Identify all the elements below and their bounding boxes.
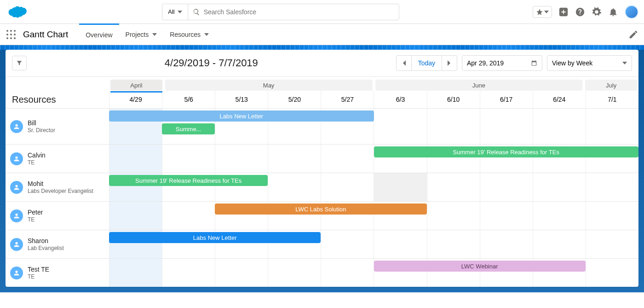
- edit-icon[interactable]: [628, 29, 638, 40]
- tab-label: Overview: [86, 31, 112, 39]
- grid-cell[interactable]: [427, 202, 480, 230]
- user-avatar-icon: [10, 267, 23, 279]
- grid-cell[interactable]: [533, 202, 586, 230]
- grid-cell[interactable]: [162, 202, 215, 230]
- user-avatar-icon: [10, 209, 23, 222]
- grid-cell[interactable]: [427, 109, 480, 144]
- star-icon: [536, 8, 543, 16]
- bell-icon[interactable]: [608, 7, 618, 17]
- tab-overview[interactable]: Overview: [79, 23, 119, 45]
- app-launcher-icon[interactable]: [6, 29, 17, 40]
- grid-cell[interactable]: [480, 173, 533, 201]
- resource-role: TE: [28, 216, 43, 223]
- date-header: 4/29: [109, 91, 162, 108]
- tab-resources[interactable]: Resources: [163, 24, 215, 45]
- tab-projects[interactable]: Projects: [119, 24, 164, 45]
- grid-cell[interactable]: [427, 173, 480, 201]
- user-avatar-icon: [10, 181, 23, 194]
- resource-name: Peter: [28, 209, 43, 216]
- timeline-grid: Summer 19' Release Readiness for TEs: [109, 173, 638, 201]
- view-picker[interactable]: View by Week: [547, 55, 632, 71]
- grid-cell[interactable]: [215, 145, 268, 173]
- prev-button[interactable]: [396, 55, 412, 71]
- resource-cell[interactable]: PeterTE: [6, 202, 109, 230]
- task-bar[interactable]: Summer 19' Release Readiness for TEs: [374, 146, 639, 157]
- grid-cell[interactable]: [533, 109, 586, 144]
- grid-cell[interactable]: [268, 145, 321, 173]
- resource-cell[interactable]: CalvinTE: [6, 145, 109, 173]
- grid-cell[interactable]: [586, 230, 638, 258]
- svg-point-1: [6, 30, 8, 32]
- date-header: 5/6: [162, 91, 215, 108]
- grid-cell[interactable]: [586, 202, 638, 230]
- task-bar[interactable]: Labs New Letter: [109, 232, 321, 243]
- grid-cell[interactable]: [321, 173, 374, 201]
- date-header: 6/10: [427, 91, 480, 108]
- task-bar[interactable]: Summer 19' Release Readiness for TEs: [109, 175, 268, 186]
- search-box[interactable]: [188, 4, 399, 20]
- grid-cell[interactable]: [533, 230, 586, 258]
- grid-cell[interactable]: [480, 230, 533, 258]
- grid-cell[interactable]: [427, 230, 480, 258]
- resource-row: BillSr. DirectorLabs New LetterSumme...: [6, 108, 638, 144]
- grid-cell[interactable]: [109, 202, 162, 230]
- timeline-grid: Labs New LetterSumme...: [109, 109, 638, 144]
- date-header: 7/1: [586, 91, 638, 108]
- user-avatar-icon: [10, 120, 23, 133]
- resource-row: PeterTELWC Labs Solution: [6, 201, 638, 230]
- user-avatar-icon: [10, 238, 23, 251]
- month-header-june: June: [375, 80, 583, 91]
- plus-icon[interactable]: [558, 7, 569, 17]
- favorites-button[interactable]: [533, 6, 552, 18]
- task-bar[interactable]: Labs New Letter: [109, 110, 374, 122]
- search-input[interactable]: [204, 8, 394, 16]
- grid-cell[interactable]: [321, 145, 374, 173]
- grid-cell[interactable]: [586, 109, 638, 144]
- resource-cell[interactable]: MohitLabs Developer Evangelist: [6, 173, 109, 201]
- resource-name: Bill: [28, 119, 55, 127]
- filter-button[interactable]: [12, 56, 27, 70]
- date-header: 5/20: [268, 91, 321, 108]
- resource-cell[interactable]: SharonLab Evangelist: [6, 230, 109, 258]
- grid-cell[interactable]: [533, 173, 586, 201]
- grid-cell[interactable]: [374, 109, 426, 144]
- grid-cell[interactable]: [480, 202, 533, 230]
- svg-point-5: [10, 34, 12, 35]
- svg-point-8: [10, 37, 12, 39]
- grid-cell[interactable]: [109, 145, 162, 173]
- resource-cell[interactable]: BillSr. Director: [6, 109, 109, 144]
- search-scope-button[interactable]: All: [162, 4, 187, 20]
- task-bar[interactable]: LWC Labs Solution: [215, 203, 426, 215]
- grid-cell[interactable]: [162, 259, 215, 287]
- svg-point-7: [6, 37, 8, 39]
- salesforce-logo: [6, 4, 29, 20]
- grid-cell[interactable]: [109, 259, 162, 287]
- grid-cell[interactable]: [480, 109, 533, 144]
- timeline-grid: Labs New Letter: [109, 230, 638, 258]
- grid-cell[interactable]: [268, 259, 321, 287]
- grid-cell[interactable]: [586, 173, 638, 201]
- grid-cell[interactable]: [215, 259, 268, 287]
- date-picker[interactable]: Apr 29, 2019: [462, 55, 542, 71]
- grid-cell[interactable]: [268, 173, 321, 201]
- timeline-grid: Summer 19' Release Readiness for TEs: [109, 145, 638, 173]
- grid-cell[interactable]: [586, 259, 638, 287]
- grid-cell[interactable]: [321, 259, 374, 287]
- filter-icon: [16, 60, 23, 66]
- grid-cell[interactable]: [374, 230, 426, 258]
- task-bar[interactable]: LWC Webinar: [374, 261, 586, 272]
- next-button[interactable]: [442, 55, 457, 71]
- user-avatar[interactable]: [625, 5, 638, 19]
- today-button[interactable]: Today: [412, 55, 442, 71]
- grid-cell[interactable]: [321, 230, 374, 258]
- resource-row: MohitLabs Developer EvangelistSummer 19'…: [6, 173, 638, 201]
- resource-cell[interactable]: Test TETE: [6, 259, 109, 287]
- grid-cell[interactable]: [374, 173, 426, 201]
- task-bar[interactable]: Summe...: [162, 123, 215, 134]
- resource-name: Mohit: [28, 180, 93, 188]
- help-icon[interactable]: [575, 7, 585, 17]
- grid-cell[interactable]: [162, 145, 215, 173]
- date-range-title: 4/29/2019 - 7/7/2019: [165, 57, 258, 69]
- gear-icon[interactable]: [592, 7, 602, 17]
- search-icon: [193, 8, 200, 16]
